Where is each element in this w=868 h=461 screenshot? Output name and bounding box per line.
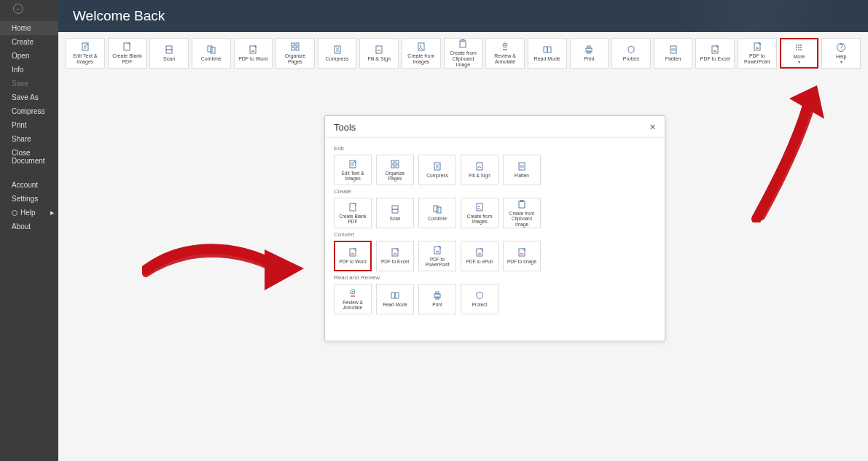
scan-icon: [164, 44, 174, 55]
tile-pdf-to-excel[interactable]: PDF to Excel: [376, 241, 414, 271]
toolbar-read-mode[interactable]: Read Mode: [528, 38, 567, 69]
toolbar-label: Edit Text & Images: [68, 53, 103, 64]
edit-icon: [80, 42, 90, 52]
svg-rect-34: [434, 206, 438, 212]
tile-combine[interactable]: Combine: [418, 198, 456, 228]
section-title: Convert: [334, 231, 656, 238]
sidebar-item-save-as[interactable]: Save As: [0, 90, 58, 104]
section-title: Read and Review: [334, 274, 656, 281]
toolbar: Edit Text & ImagesCreate Blank PDFScanCo…: [58, 32, 868, 76]
organize-icon: [390, 159, 400, 169]
edit-icon: [348, 159, 358, 169]
doc-icon: [348, 247, 358, 257]
svg-point-46: [352, 291, 353, 293]
toolbar-label: Create from Clipboard Image: [446, 50, 481, 67]
toolbar-pdf-to-powerpoint[interactable]: PDF to PowerPoint: [738, 38, 777, 69]
sidebar-item-save[interactable]: Save: [0, 77, 58, 90]
section-title: Edit: [334, 145, 656, 152]
header: Welcome Back: [58, 0, 868, 32]
toolbar-help[interactable]: ?Help▾: [821, 38, 861, 69]
clipboard-icon: [458, 39, 468, 49]
svg-rect-21: [670, 46, 676, 53]
back-button[interactable]: ←: [13, 4, 23, 14]
svg-rect-26: [396, 160, 399, 163]
review-icon: [500, 42, 510, 52]
compress-icon: [432, 161, 442, 171]
toolbar-compress[interactable]: Compress: [318, 38, 357, 69]
toolbar-pdf-to-word[interactable]: PDF to Word: [234, 38, 273, 69]
main: Welcome Back Edit Text & ImagesCreate Bl…: [58, 0, 868, 461]
sidebar-item-help[interactable]: Help▶: [0, 206, 58, 220]
sidebar-item-settings[interactable]: Settings: [0, 192, 58, 206]
toolbar-create-blank-pdf[interactable]: Create Blank PDF: [108, 38, 147, 69]
sidebar-item-account[interactable]: Account: [0, 178, 58, 192]
tile-scan[interactable]: Scan: [376, 198, 414, 228]
toolbar-label: PDF to Excel: [700, 56, 730, 62]
sidebar-item-create[interactable]: Create: [0, 35, 58, 49]
svg-rect-32: [350, 204, 356, 211]
toolbar-edit-text-images[interactable]: Edit Text & Images: [66, 38, 105, 69]
toolbar-more[interactable]: More▾: [780, 38, 819, 69]
tile-protect[interactable]: Protect: [461, 284, 498, 314]
tools-modal: Tools ✕ EditEdit Text & ImagesOrganize P…: [324, 115, 665, 341]
doc-icon: [248, 44, 258, 55]
toolbar-create-from-clipboard-image[interactable]: Create from Clipboard Image: [444, 38, 483, 69]
tile-row: Create Blank PDFScanCombineCreate from I…: [334, 198, 656, 228]
sidebar-item-open[interactable]: Open: [0, 49, 58, 63]
tile-pdf-to-powerpoint[interactable]: PDF to PowerPoint: [418, 241, 456, 271]
toolbar-combine[interactable]: Combine: [192, 38, 231, 69]
toolbar-flatten[interactable]: Flatten: [654, 38, 693, 69]
toolbar-label: Print: [584, 56, 594, 62]
toolbar-pdf-to-excel[interactable]: PDF to Excel: [695, 38, 735, 69]
sidebar-item-label: Settings: [12, 195, 38, 203]
tile-review-annotate[interactable]: Review & Annotate: [334, 284, 372, 314]
tile-print[interactable]: Print: [418, 284, 456, 314]
tile-label: Review & Annotate: [336, 300, 370, 310]
tile-create-blank-pdf[interactable]: Create Blank PDF: [334, 198, 372, 228]
tile-fill-sign[interactable]: Fill & Sign: [461, 155, 498, 185]
toolbar-protect[interactable]: Protect: [611, 38, 651, 69]
toolbar-label: More: [794, 54, 805, 60]
toolbar-label: Compress: [326, 56, 349, 62]
toolbar-organize-pages[interactable]: Organize Pages: [275, 38, 315, 69]
tile-pdf-to-epub[interactable]: PDF to ePub: [461, 241, 498, 271]
toolbar-review-annotate[interactable]: Review & Annotate: [485, 38, 525, 69]
tile-organize-pages[interactable]: Organize Pages: [376, 155, 414, 185]
svg-rect-35: [437, 207, 441, 213]
sidebar-item-home[interactable]: Home: [0, 21, 58, 35]
chevron-right-icon: ▶: [50, 210, 54, 216]
svg-rect-1: [124, 43, 130, 50]
toolbar-fill-sign[interactable]: Fill & Sign: [359, 38, 399, 69]
close-icon[interactable]: ✕: [649, 123, 656, 132]
sidebar-item-info[interactable]: Info: [0, 63, 58, 77]
tile-label: Organize Pages: [378, 171, 412, 181]
tile-read-mode[interactable]: Read Mode: [376, 284, 414, 314]
sidebar-item-label: Account: [12, 181, 38, 189]
sidebar-item-about[interactable]: About: [0, 220, 58, 233]
toolbar-scan[interactable]: Scan: [149, 38, 189, 69]
tile-compress[interactable]: Compress: [418, 155, 456, 185]
svg-rect-22: [712, 46, 718, 53]
tile-pdf-to-image[interactable]: PDF to Image: [503, 241, 541, 271]
svg-rect-41: [392, 249, 398, 256]
svg-rect-4: [211, 47, 215, 53]
sidebar-item-compress[interactable]: Compress: [0, 104, 58, 118]
toolbar-label: Scan: [163, 56, 175, 62]
svg-rect-5: [250, 46, 256, 53]
sidebar-item-print[interactable]: Print: [0, 118, 58, 132]
tile-edit-text-images[interactable]: Edit Text & Images: [334, 155, 372, 185]
tile-label: Combine: [428, 216, 447, 221]
toolbar-create-from-images[interactable]: Create from Images: [402, 38, 441, 69]
sidebar-item-close-document[interactable]: Close Document: [0, 146, 58, 168]
svg-rect-48: [436, 292, 439, 294]
toolbar-print[interactable]: Print: [570, 38, 609, 69]
sidebar-item-share[interactable]: Share: [0, 132, 58, 146]
tile-flatten[interactable]: Flatten: [503, 155, 541, 185]
modal-title: Tools: [334, 122, 356, 133]
tile-create-from-images[interactable]: Create from Images: [461, 198, 498, 228]
tile-create-from-clipboard-image[interactable]: Create from Clipboard Image: [503, 198, 541, 228]
tile-row: PDF to WordPDF to ExcelPDF to PowerPoint…: [334, 241, 656, 271]
annotation-arrow-right: [746, 84, 829, 222]
sidebar-item-label: Open: [12, 52, 29, 60]
tile-pdf-to-word[interactable]: PDF to Word: [334, 241, 372, 271]
